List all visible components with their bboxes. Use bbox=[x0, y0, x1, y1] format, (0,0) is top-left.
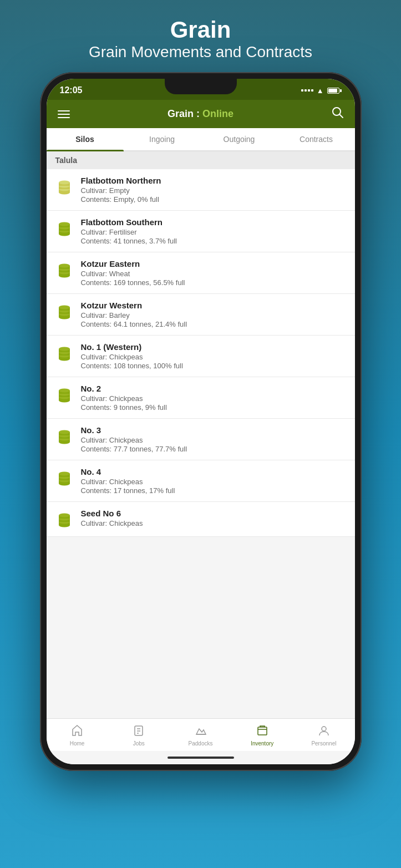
paddocks-icon bbox=[195, 724, 207, 739]
silo-contents: Contents: 169 tonnes, 56.5% full bbox=[81, 278, 346, 287]
nav-item-paddocks[interactable]: Paddocks bbox=[170, 722, 231, 749]
svg-point-15 bbox=[59, 222, 70, 226]
page-subtitle: Grain Movements and Contracts bbox=[51, 43, 351, 61]
silo-item[interactable]: Flatbottom Southern Cultivar: Fertiliser… bbox=[47, 211, 355, 252]
phone-notch bbox=[165, 79, 237, 94]
silo-name: Flatbottom Northern bbox=[81, 176, 346, 185]
silo-contents: Contents: 64.1 tonnes, 21.4% full bbox=[81, 320, 346, 328]
jobs-icon bbox=[133, 724, 145, 739]
silo-item[interactable]: No. 1 (Western) Cultivar: Chickpeas Cont… bbox=[47, 336, 355, 377]
app-title: Grain : Online bbox=[167, 108, 234, 120]
silo-icon bbox=[55, 302, 73, 322]
paddocks-label: Paddocks bbox=[189, 740, 213, 747]
content-area: Talula Flatbottom Northern Cultivar: Emp… bbox=[47, 151, 355, 718]
silo-list: Flatbottom Northern Cultivar: Empty Cont… bbox=[47, 169, 355, 537]
silo-details: Seed No 6 Cultivar: Chickpeas bbox=[81, 509, 346, 528]
nav-item-inventory[interactable]: Inventory bbox=[231, 722, 293, 749]
svg-point-64 bbox=[59, 514, 70, 517]
silo-icon bbox=[55, 385, 73, 405]
silo-item[interactable]: Flatbottom Northern Cultivar: Empty Cont… bbox=[47, 169, 355, 211]
svg-point-36 bbox=[59, 347, 70, 351]
tab-ingoing[interactable]: Ingoing bbox=[124, 128, 201, 150]
silo-cultivar: Cultivar: Fertiliser bbox=[81, 228, 346, 236]
silo-item[interactable]: Seed No 6 Cultivar: Chickpeas bbox=[47, 502, 355, 537]
page-wrapper: Grain Grain Movements and Contracts 12:0… bbox=[40, 0, 362, 771]
nav-item-home[interactable]: Home bbox=[47, 722, 108, 749]
phone-screen: 12:05 ▲ bbox=[47, 79, 355, 764]
silo-details: No. 1 (Western) Cultivar: Chickpeas Cont… bbox=[81, 342, 346, 370]
silo-details: Kotzur Western Cultivar: Barley Contents… bbox=[81, 301, 346, 328]
bottom-nav: Home Jobs Paddocks Inventory Personnel bbox=[47, 718, 355, 751]
page-header: Grain Grain Movements and Contracts bbox=[40, 0, 362, 72]
personnel-label: Personnel bbox=[311, 740, 336, 747]
silo-icon bbox=[55, 219, 73, 238]
inventory-icon bbox=[256, 724, 268, 739]
silo-cultivar: Cultivar: Chickpeas bbox=[81, 394, 346, 403]
status-icons: ▲ bbox=[301, 87, 342, 95]
silo-cultivar: Cultivar: Wheat bbox=[81, 270, 346, 278]
silo-name: Seed No 6 bbox=[81, 509, 346, 518]
silo-name: Flatbottom Southern bbox=[81, 217, 346, 227]
svg-point-57 bbox=[59, 472, 70, 476]
nav-item-jobs[interactable]: Jobs bbox=[108, 722, 170, 749]
personnel-icon bbox=[318, 724, 330, 739]
section-header: Talula bbox=[47, 151, 355, 169]
home-icon bbox=[71, 724, 83, 739]
silo-cultivar: Cultivar: Chickpeas bbox=[81, 519, 346, 527]
silo-item[interactable]: Kotzur Western Cultivar: Barley Contents… bbox=[47, 294, 355, 336]
silo-name: No. 2 bbox=[81, 384, 346, 393]
silo-icon bbox=[55, 510, 73, 530]
silo-contents: Contents: 9 tonnes, 9% full bbox=[81, 403, 346, 412]
silo-name: Kotzur Western bbox=[81, 301, 346, 310]
menu-button[interactable] bbox=[58, 110, 70, 118]
silo-name: No. 3 bbox=[81, 425, 346, 435]
silo-details: No. 4 Cultivar: Chickpeas Contents: 17 t… bbox=[81, 467, 346, 495]
silo-icon bbox=[55, 343, 73, 363]
silo-contents: Contents: 17 tonnes, 17% full bbox=[81, 486, 346, 495]
silo-contents: Contents: Empty, 0% full bbox=[81, 195, 346, 204]
silo-cultivar: Cultivar: Chickpeas bbox=[81, 436, 346, 444]
tab-bar: Silos Ingoing Outgoing Contracts bbox=[47, 128, 355, 151]
silo-contents: Contents: 41 tonnes, 3.7% full bbox=[81, 237, 346, 245]
silo-cultivar: Cultivar: Empty bbox=[81, 186, 346, 195]
svg-point-22 bbox=[59, 264, 70, 268]
silo-item[interactable]: No. 4 Cultivar: Chickpeas Contents: 17 t… bbox=[47, 460, 355, 502]
tab-silos[interactable]: Silos bbox=[47, 128, 124, 150]
svg-rect-70 bbox=[258, 727, 267, 735]
silo-icon bbox=[55, 177, 73, 197]
inventory-label: Inventory bbox=[251, 740, 273, 747]
svg-point-29 bbox=[59, 306, 70, 309]
search-button[interactable] bbox=[332, 106, 344, 121]
svg-line-1 bbox=[339, 114, 343, 118]
silo-cultivar: Cultivar: Barley bbox=[81, 311, 346, 319]
jobs-label: Jobs bbox=[133, 740, 145, 747]
tab-outgoing[interactable]: Outgoing bbox=[201, 128, 278, 150]
silo-icon bbox=[55, 468, 73, 488]
silo-details: No. 2 Cultivar: Chickpeas Contents: 9 to… bbox=[81, 384, 346, 412]
silo-item[interactable]: No. 3 Cultivar: Chickpeas Contents: 77.7… bbox=[47, 419, 355, 460]
wifi-icon: ▲ bbox=[317, 87, 324, 95]
silo-details: No. 3 Cultivar: Chickpeas Contents: 77.7… bbox=[81, 425, 346, 453]
home-bar bbox=[47, 751, 355, 764]
nav-item-personnel[interactable]: Personnel bbox=[293, 722, 354, 749]
silo-contents: Contents: 108 tonnes, 100% full bbox=[81, 362, 346, 370]
silo-cultivar: Cultivar: Chickpeas bbox=[81, 478, 346, 486]
silo-contents: Contents: 77.7 tonnes, 77.7% full bbox=[81, 445, 346, 453]
tab-contracts[interactable]: Contracts bbox=[278, 128, 355, 150]
app-header: Grain : Online bbox=[47, 100, 355, 128]
battery-icon bbox=[327, 88, 342, 94]
silo-item[interactable]: No. 2 Cultivar: Chickpeas Contents: 9 to… bbox=[47, 377, 355, 419]
silo-details: Flatbottom Southern Cultivar: Fertiliser… bbox=[81, 217, 346, 245]
silo-details: Flatbottom Northern Cultivar: Empty Cont… bbox=[81, 176, 346, 204]
signal-icon bbox=[301, 89, 313, 92]
silo-name: No. 4 bbox=[81, 467, 346, 476]
silo-icon bbox=[55, 427, 73, 446]
home-label: Home bbox=[70, 740, 85, 747]
home-indicator bbox=[167, 757, 234, 759]
page-title: Grain bbox=[51, 17, 351, 43]
silo-name: No. 1 (Western) bbox=[81, 342, 346, 352]
silo-cultivar: Cultivar: Chickpeas bbox=[81, 353, 346, 361]
phone-frame: 12:05 ▲ bbox=[40, 72, 362, 771]
silo-item[interactable]: Kotzur Eastern Cultivar: Wheat Contents:… bbox=[47, 252, 355, 294]
svg-point-43 bbox=[59, 389, 70, 393]
